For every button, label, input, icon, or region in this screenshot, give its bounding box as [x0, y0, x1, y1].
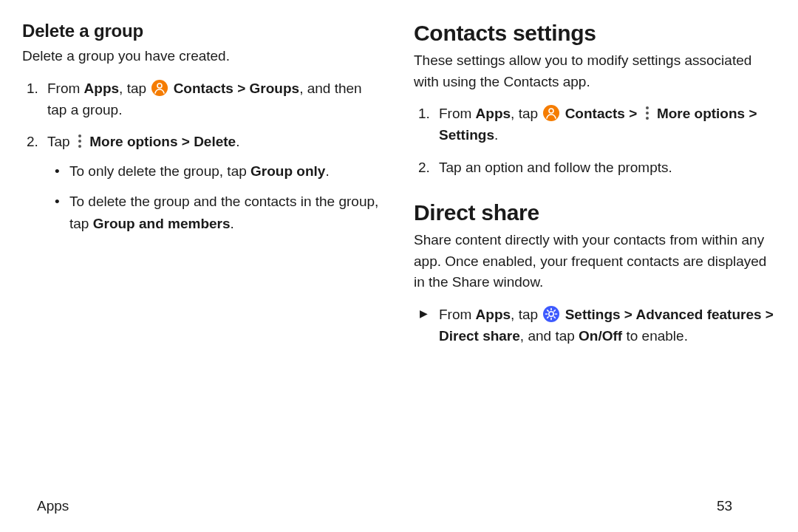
contacts-step-1: From Apps, tap Contacts > More options >…	[414, 103, 776, 146]
contacts-settings-steps: From Apps, tap Contacts > More options >…	[414, 103, 776, 178]
contacts-icon	[151, 80, 168, 96]
more-options-icon	[642, 106, 652, 120]
svg-line-9	[548, 317, 548, 318]
contacts-step-2: Tap an option and follow the prompts.	[414, 157, 776, 178]
svg-point-0	[157, 83, 162, 88]
left-column: Delete a group Delete a group you have c…	[22, 21, 384, 356]
svg-line-10	[554, 310, 555, 311]
svg-line-7	[548, 310, 548, 311]
svg-line-8	[554, 317, 555, 318]
heading-direct-share: Direct share	[414, 200, 776, 225]
intro-contacts-settings: These settings allow you to modify setti…	[414, 50, 776, 92]
heading-contacts-settings: Contacts settings	[414, 21, 776, 46]
svg-point-1	[549, 109, 553, 113]
footer-page-number: 53	[717, 498, 761, 514]
more-options-icon	[75, 134, 85, 149]
delete-step-1: From Apps, tap Contacts > Groups, and th…	[22, 78, 384, 121]
delete-group-steps: From Apps, tap Contacts > Groups, and th…	[22, 78, 384, 235]
contacts-icon	[543, 105, 559, 121]
direct-share-step: From Apps, tap Settings > Advanced featu…	[414, 304, 776, 347]
page-footer: Apps 53	[0, 498, 798, 514]
intro-direct-share: Share content directly with your contact…	[414, 230, 776, 293]
delete-sub-1: To only delete the group, tap Group only…	[47, 160, 384, 182]
settings-icon	[543, 306, 559, 322]
svg-point-2	[549, 312, 553, 316]
direct-share-steps: From Apps, tap Settings > Advanced featu…	[414, 304, 776, 347]
page-body: Delete a group Delete a group you have c…	[0, 0, 798, 400]
delete-step-2: Tap More options > Delete. To only delet…	[22, 131, 384, 234]
delete-sub-2: To delete the group and the contacts in …	[47, 191, 384, 234]
footer-section-label: Apps	[37, 498, 717, 514]
delete-substeps: To only delete the group, tap Group only…	[47, 160, 384, 234]
intro-delete-group: Delete a group you have created.	[22, 46, 384, 67]
right-column: Contacts settings These settings allow y…	[414, 21, 776, 356]
heading-delete-group: Delete a group	[22, 21, 384, 41]
